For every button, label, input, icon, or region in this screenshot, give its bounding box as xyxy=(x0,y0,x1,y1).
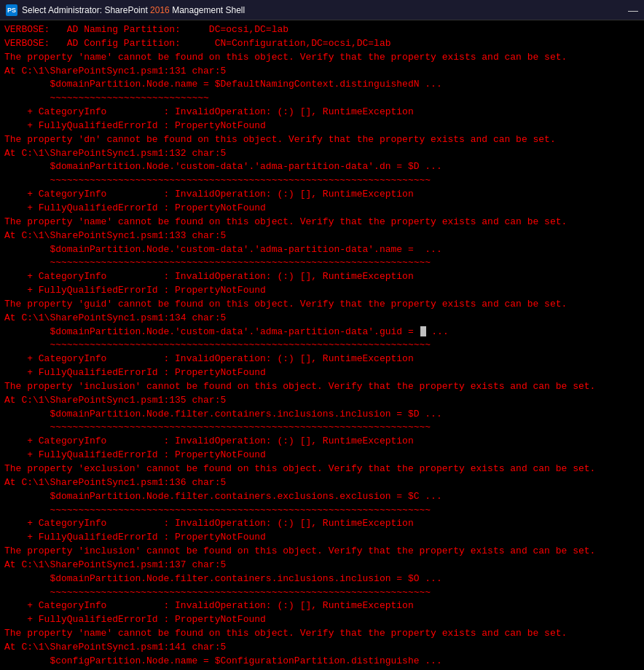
title-suffix: Management Shell xyxy=(170,5,245,15)
console-line: ~~~~~~~~~~~~~~~~~~~~~~~~~~~~~~~~~~~~~~~~… xyxy=(0,504,644,518)
console-line: VERBOSE: AD Naming Partition: DC=ocsi,DC… xyxy=(0,23,644,37)
console-line: At C:\1\SharePointSync1.psm1:133 char:5 xyxy=(0,229,644,243)
console-line: + CategoryInfo : InvalidOperation: (:) [… xyxy=(0,270,644,284)
console-line: At C:\1\SharePointSync1.psm1:135 char:5 xyxy=(0,394,644,408)
console-line: + FullyQualifiedErrorId : PropertyNotFou… xyxy=(0,202,644,216)
console-line: The property 'guid' cannot be found on t… xyxy=(0,298,644,312)
console-line: The property 'name' cannot be found on t… xyxy=(0,51,644,65)
console-line: The property 'inclusion' cannot be found… xyxy=(0,545,644,559)
console-line: + FullyQualifiedErrorId : PropertyNotFou… xyxy=(0,531,644,545)
console-line: At C:\1\SharePointSync1.psm1:131 char:5 xyxy=(0,65,644,79)
console-line: VERBOSE: AD Config Partition: CN=Configu… xyxy=(0,37,644,51)
console-line: ~~~~~~~~~~~~~~~~~~~~~~~~~~~~~~~~~~~~~~~~… xyxy=(0,339,644,352)
console-line: $domainPartition.Node.'custom-data'.'adm… xyxy=(0,243,644,257)
console-line: At C:\1\SharePointSync1.psm1:134 char:5 xyxy=(0,312,644,326)
console-line: + FullyQualifiedErrorId : PropertyNotFou… xyxy=(0,119,644,133)
title-bar: PS Select Administrator: SharePoint 2016… xyxy=(0,0,644,20)
console-line: + CategoryInfo : InvalidOperation: (:) [… xyxy=(0,599,644,613)
console-line: + FullyQualifiedErrorId : PropertyNotFou… xyxy=(0,366,644,380)
console-line: The property 'name' cannot be found on t… xyxy=(0,627,644,641)
cursor-block xyxy=(420,326,426,336)
console-line: + FullyQualifiedErrorId : PropertyNotFou… xyxy=(0,284,644,298)
console-line: ~~~~~~~~~~~~~~~~~~~~~~~~~~~~~~~~~~~~~~~~… xyxy=(0,174,644,188)
console-line: At C:\1\SharePointSync1.psm1:136 char:5 xyxy=(0,476,644,490)
console-line: + CategoryInfo : InvalidOperation: (:) [… xyxy=(0,106,644,119)
console-line: The property 'dn' cannot be found on thi… xyxy=(0,133,644,147)
title-prefix: Select Administrator: SharePoint xyxy=(22,5,150,15)
title-text: Select Administrator: SharePoint 2016 Ma… xyxy=(22,5,638,15)
console-line: $domainPartition.Node.'custom-data'.'adm… xyxy=(0,326,644,339)
console-line: + CategoryInfo : InvalidOperation: (:) [… xyxy=(0,517,644,531)
console-line: $configPartition.Node.name = $Configurat… xyxy=(0,655,644,669)
console-line: $domainPartition.Node.filter.containers.… xyxy=(0,490,644,504)
console-line: + CategoryInfo : InvalidOperation: (:) [… xyxy=(0,435,644,449)
console-line: $domainPartition.Node.filter.containers.… xyxy=(0,408,644,422)
title-year: 2016 xyxy=(150,5,170,15)
console-line: + FullyQualifiedErrorId : PropertyNotFou… xyxy=(0,613,644,627)
console-line: ~~~~~~~~~~~~~~~~~~~~~~~~~~~~~~~~~~~~~~~~… xyxy=(0,421,644,435)
console-line: $domainPartition.Node.'custom-data'.'adm… xyxy=(0,160,644,174)
console-line: $domainPartition.Node.filter.containers.… xyxy=(0,572,644,586)
console-line: + CategoryInfo : InvalidOperation: (:) [… xyxy=(0,352,644,366)
console-line: The property 'inclusion' cannot be found… xyxy=(0,380,644,394)
minimize-button[interactable]: — xyxy=(628,4,638,16)
console-line: At C:\1\SharePointSync1.psm1:141 char:5 xyxy=(0,641,644,655)
console-line: The property 'exclusion' cannot be found… xyxy=(0,462,644,476)
console-line: ~~~~~~~~~~~~~~~~~~~~~~~~~~~~~~~~~~~~~~~~… xyxy=(0,256,644,270)
console-line: $domainPartition.Node.name = $DefaultNam… xyxy=(0,78,644,92)
console-line: At C:\1\SharePointSync1.psm1:137 char:5 xyxy=(0,559,644,572)
console-line: ~~~~~~~~~~~~~~~~~~~~~~~~~~~~ xyxy=(0,92,644,106)
console-line: + CategoryInfo : InvalidOperation: (:) [… xyxy=(0,188,644,202)
console-line: ~~~~~~~~~~~~~~~~~~~~~~~~~~~~~~~~~~~~~~~~… xyxy=(0,586,644,600)
console-line: At C:\1\SharePointSync1.psm1:132 char:5 xyxy=(0,147,644,161)
console-line: The property 'name' cannot be found on t… xyxy=(0,216,644,229)
console-line: + FullyQualifiedErrorId : PropertyNotFou… xyxy=(0,449,644,462)
console: VERBOSE: AD Naming Partition: DC=ocsi,DC… xyxy=(0,20,644,670)
title-bar-icon: PS xyxy=(6,4,17,16)
